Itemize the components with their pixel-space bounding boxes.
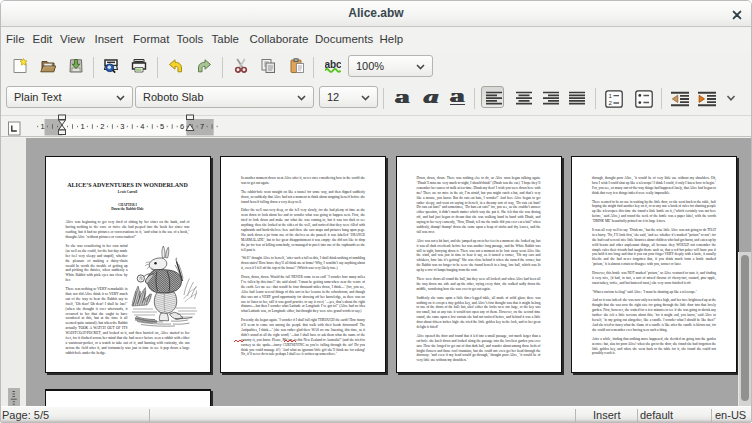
svg-text:2: 2 — [608, 99, 612, 106]
svg-text:abc: abc — [325, 59, 341, 70]
svg-text:7: 7 — [200, 122, 204, 131]
svg-text:4: 4 — [140, 122, 144, 131]
svg-text:1: 1 — [40, 122, 44, 131]
svg-text:2: 2 — [100, 122, 104, 131]
svg-text:5: 5 — [160, 122, 164, 131]
svg-text:6: 6 — [180, 122, 184, 131]
svg-text:1: 1 — [608, 92, 612, 99]
svg-text:1: 1 — [80, 122, 84, 131]
svg-text:3: 3 — [120, 122, 124, 131]
